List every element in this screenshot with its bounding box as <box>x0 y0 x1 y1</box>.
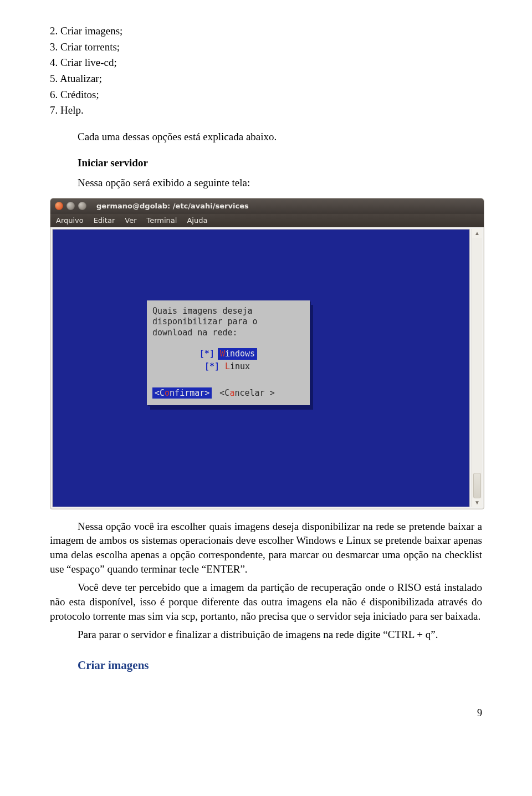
dialog-prompt-line: Quais imagens deseja <box>152 306 304 317</box>
list-item-text: Criar imagens; <box>60 25 122 37</box>
list-num: 7. <box>50 104 58 116</box>
menu-arquivo[interactable]: Arquivo <box>56 216 84 226</box>
scroll-track[interactable] <box>472 238 482 498</box>
ncurses-dialog: Quais imagens deseja disponibilizar para… <box>147 300 310 405</box>
subsection-lead: Nessa opção será exibido a seguinte tela… <box>78 176 482 190</box>
list-item: 5. Atualizar; <box>50 72 482 86</box>
dialog-prompt: Quais imagens deseja disponibilizar para… <box>152 306 304 339</box>
menubar: Arquivo Editar Ver Terminal Ajuda <box>50 214 484 227</box>
cancel-button[interactable]: <Cancelar > <box>217 387 277 399</box>
list-item: 3. Criar torrents; <box>50 40 482 54</box>
checkbox-mark-icon: [*] <box>204 361 219 372</box>
menu-ver[interactable]: Ver <box>125 216 136 226</box>
list-item: 4. Criar live-cd; <box>50 55 482 70</box>
body-paragraph: Nessa opção você ira escolher quais imag… <box>50 519 482 576</box>
list-num: 4. <box>50 57 58 68</box>
scroll-up-icon[interactable]: ▲ <box>472 229 482 238</box>
scroll-thumb[interactable] <box>473 473 481 498</box>
option-windows[interactable]: [*] Windows <box>197 348 259 359</box>
list-num: 6. <box>50 89 58 100</box>
intro-paragraph: Cada uma dessas opções está explicada ab… <box>78 130 482 144</box>
option-label: Linux <box>223 361 252 372</box>
screenshot-figure: germano@dgolab: /etc/avahi/services Arqu… <box>50 198 482 509</box>
dialog-prompt-line: download na rede: <box>152 328 304 339</box>
option-label: Windows <box>218 348 257 359</box>
body-paragraph: Você deve ter percebido que a imagem da … <box>50 580 482 623</box>
page-number: 9 <box>50 706 482 720</box>
window-maximize-icon[interactable] <box>78 202 86 210</box>
menu-editar[interactable]: Editar <box>94 216 115 226</box>
terminal-viewport[interactable]: Quais imagens deseja disponibilizar para… <box>52 229 470 507</box>
subsection-heading-iniciar-servidor: Iniciar servidor <box>78 156 482 170</box>
dialog-prompt-line: disponibilizar para o <box>152 317 304 328</box>
window-title: germano@dgolab: /etc/avahi/services <box>96 201 249 211</box>
scroll-down-icon[interactable]: ▼ <box>472 498 482 507</box>
window-close-icon[interactable] <box>55 202 63 210</box>
terminal-body: Quais imagens deseja disponibilizar para… <box>50 227 484 509</box>
vertical-scrollbar[interactable]: ▲ ▼ <box>472 229 482 507</box>
list-item-text: Criar live-cd; <box>60 57 117 68</box>
window-minimize-icon[interactable] <box>66 202 75 210</box>
list-item: 7. Help. <box>50 103 482 118</box>
terminal-window: germano@dgolab: /etc/avahi/services Arqu… <box>50 198 484 509</box>
list-item: 2. Criar imagens; <box>50 24 482 38</box>
list-num: 5. <box>50 73 58 84</box>
body-paragraph: Para parar o servidor e finalizar a dist… <box>50 627 482 642</box>
menu-terminal[interactable]: Terminal <box>147 216 177 226</box>
confirm-button[interactable]: <Confirmar> <box>152 387 212 399</box>
list-num: 2. <box>50 25 58 37</box>
list-item-text: Créditos; <box>60 89 99 100</box>
window-titlebar: germano@dgolab: /etc/avahi/services <box>50 198 484 214</box>
list-item-text: Help. <box>60 104 84 116</box>
list-item: 6. Créditos; <box>50 88 482 102</box>
checkbox-mark-icon: [*] <box>200 348 214 359</box>
section-heading-criar-imagens: Criar imagens <box>78 657 482 673</box>
dialog-buttons: <Confirmar> <Cancelar > <box>152 385 304 399</box>
option-linux[interactable]: [*] Linux <box>202 361 254 372</box>
list-num: 3. <box>50 41 58 53</box>
menu-ajuda[interactable]: Ajuda <box>187 216 207 226</box>
dialog-options: [*] Windows [*] Linux <box>152 348 304 372</box>
list-item-text: Atualizar; <box>60 73 102 84</box>
numbered-list: 2. Criar imagens; 3. Criar torrents; 4. … <box>50 24 482 118</box>
list-item-text: Criar torrents; <box>60 41 120 53</box>
